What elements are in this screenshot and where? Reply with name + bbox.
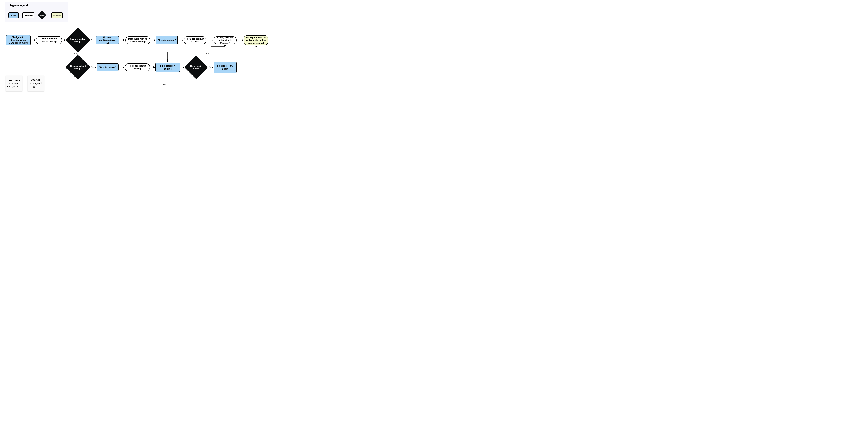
node-fix-errors: Fix errors + try again [214,62,237,73]
sticky-task: Task: Create a custom configuration [5,76,22,91]
legend-ui: UI display [22,12,34,18]
node-fill-form: Fill out form + submit [155,63,180,72]
node-custom-q: Create a custom config? [69,31,87,49]
sticky-task-label: Task [7,79,12,82]
legend-title: Diagram legend: [8,4,29,7]
node-create-custom: "Create custom" [156,36,178,44]
node-form-product: Form for product creation [184,36,206,44]
node-form-default: Form for default config [125,64,150,71]
legend-decision: Decision [39,12,45,19]
label-custom-yes: Yes [91,39,95,41]
sticky-user-label: User(s) [31,78,40,81]
node-package-goal: Package download with configuration can … [244,35,268,45]
sticky-user: User(s): Honeywell SRE [27,76,44,91]
node-custom-table: Data table with all custom configs [125,36,150,44]
label-default-yes: Yes [91,66,95,68]
label-errors-no: No [209,66,212,68]
node-default-table: Data table with default configs [36,36,62,44]
node-no-errors-q: No errors in form? [188,59,205,76]
node-default-q: Create a default config? [69,59,87,76]
label-custom-no: No [74,53,76,55]
legend-action: Action [8,12,19,18]
legend-goal: End goal [51,12,63,18]
node-navigate: Navigate to 'Configuration Manager' in m… [5,35,31,45]
flowchart-canvas: Diagram legend: Action UI display Decisi… [0,0,273,102]
label-default-no: No [163,83,166,86]
node-custom-tab: Custom configuration's tab [96,36,119,44]
node-create-default: "Create default" [96,63,119,71]
label-errors-yes: Yes [206,53,209,55]
node-config-created: Config created under 'Config Manager' [214,36,237,44]
